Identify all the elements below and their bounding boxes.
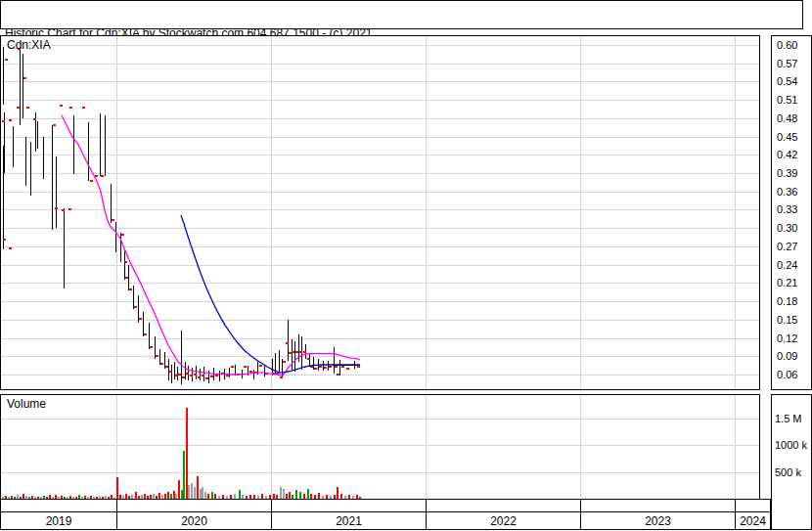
svg-text:0.27: 0.27 xyxy=(777,241,797,252)
svg-text:0.36: 0.36 xyxy=(777,186,797,198)
svg-text:0.45: 0.45 xyxy=(777,131,797,143)
svg-text:0.54: 0.54 xyxy=(777,75,797,87)
volume-pane xyxy=(1,395,760,500)
svg-text:0.48: 0.48 xyxy=(777,112,797,124)
svg-text:0.60: 0.60 xyxy=(777,39,797,51)
svg-text:0.06: 0.06 xyxy=(777,369,797,380)
price-pane xyxy=(1,36,760,390)
svg-text:1.5 M: 1.5 M xyxy=(775,413,802,424)
stockwatch-historic-chart: Historic Chart for Cdn:XIA by Stockwatch… xyxy=(0,0,812,531)
x-tick-strip xyxy=(1,500,771,512)
svg-text:2021: 2021 xyxy=(336,514,362,528)
svg-text:0.24: 0.24 xyxy=(777,259,797,271)
svg-text:2023: 2023 xyxy=(645,514,671,528)
svg-text:2022: 2022 xyxy=(490,514,517,528)
svg-text:0.57: 0.57 xyxy=(777,58,797,69)
symbol-label: Cdn:XIA xyxy=(7,38,51,52)
svg-text:0.33: 0.33 xyxy=(777,203,797,215)
svg-text:0.42: 0.42 xyxy=(777,149,797,160)
svg-text:0.18: 0.18 xyxy=(777,295,797,307)
svg-text:0.30: 0.30 xyxy=(777,222,797,234)
svg-text:1000 k: 1000 k xyxy=(775,439,808,451)
volume-pane-label: Volume xyxy=(7,397,46,411)
svg-text:2019: 2019 xyxy=(46,514,72,528)
svg-text:0.12: 0.12 xyxy=(777,332,797,344)
svg-text:500 k: 500 k xyxy=(775,466,801,478)
svg-text:0.15: 0.15 xyxy=(777,314,797,326)
svg-text:0.51: 0.51 xyxy=(777,94,797,106)
svg-text:0.39: 0.39 xyxy=(777,167,797,179)
chart-canvas: 0.600.570.540.510.480.450.420.390.360.33… xyxy=(0,0,812,531)
svg-text:2024: 2024 xyxy=(740,514,766,528)
svg-text:0.21: 0.21 xyxy=(777,277,797,288)
svg-text:2020: 2020 xyxy=(181,514,207,528)
svg-text:0.09: 0.09 xyxy=(777,350,797,362)
